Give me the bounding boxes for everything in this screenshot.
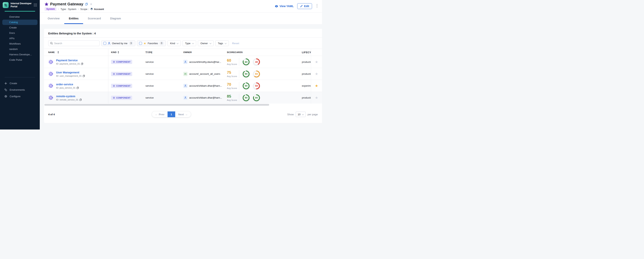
copy-icon[interactable] xyxy=(82,75,85,77)
next-page-button[interactable]: Next→ xyxy=(175,112,191,117)
sidebar-item-harness-developer[interactable]: Harness Develope... xyxy=(2,52,38,57)
owner-group-icon xyxy=(183,72,188,76)
sidebar-item-apis[interactable]: APIs xyxy=(2,36,38,41)
reset-filters-button[interactable]: Reset xyxy=(232,42,239,45)
tab-diagram[interactable]: Diagram xyxy=(106,12,126,24)
card-footer: 4 of 4 ←Prev 1 Next→ Show 10 per page xyxy=(44,112,322,117)
favorite-star-icon[interactable]: ★ xyxy=(315,84,318,88)
harness-logo-icon xyxy=(3,2,9,8)
copy-icon[interactable] xyxy=(85,3,88,6)
per-page-label: per page xyxy=(308,113,318,116)
favorite-star-icon[interactable]: ★ xyxy=(90,2,92,6)
table-row[interactable]: remote-system ID: remote_service_01 COMP… xyxy=(44,92,322,104)
portal-title: Internal DeveloperPortal xyxy=(10,2,32,8)
breadcrumb-separator: • xyxy=(78,8,79,10)
sidebar-item-environments[interactable]: Environments xyxy=(2,87,38,93)
horizontal-scrollbar[interactable] xyxy=(44,104,322,106)
copy-icon[interactable] xyxy=(76,87,79,89)
sidebar: Internal DeveloperPortal Overview Catalo… xyxy=(0,0,40,130)
sort-icon[interactable] xyxy=(58,51,59,54)
favorites-filter[interactable]: ★ Favorites 0 xyxy=(137,40,166,46)
owner-name[interactable]: account/shibam.dhar@harn... xyxy=(189,96,222,99)
edit-button[interactable]: Edit xyxy=(297,3,312,9)
table-row[interactable]: User Management ID: user_management_01 C… xyxy=(44,68,322,80)
avg-score-value: 75 xyxy=(227,70,239,74)
scrollbar-thumb[interactable] xyxy=(44,104,269,106)
gear-icon xyxy=(113,97,115,99)
tags-dropdown[interactable]: Tags xyxy=(215,40,229,46)
favorite-star-icon[interactable]: ★ xyxy=(315,60,318,64)
component-gear-icon xyxy=(48,83,54,88)
entity-type: service xyxy=(146,72,182,75)
table-row[interactable]: Payment Service ID: payment_service_01 C… xyxy=(44,56,322,68)
search-box xyxy=(48,40,100,46)
entity-link[interactable]: Payment Service xyxy=(56,59,83,62)
sidebar-item-create-entity[interactable]: Create xyxy=(2,80,38,87)
owner-name[interactable]: account/shibam.dhar@harn... xyxy=(189,84,222,87)
owner-dropdown-label: Owner xyxy=(200,42,208,45)
gear-icon xyxy=(113,73,115,75)
favorite-star-icon[interactable]: ★ xyxy=(315,72,318,76)
account-scope-icon xyxy=(90,8,93,10)
sidebar-item-random[interactable]: random xyxy=(2,46,38,52)
owner-dropdown[interactable]: Owner xyxy=(198,40,214,46)
tab-scorecard[interactable]: Scorecard xyxy=(83,12,106,24)
page-number-button[interactable]: 1 xyxy=(168,112,175,117)
page-title: Payment Gateway xyxy=(50,2,84,6)
copy-icon[interactable] xyxy=(81,63,83,65)
score-gauge: 90 xyxy=(242,82,250,90)
sidebar-nav: Overview Catalog Create Docs APIs Workfl… xyxy=(0,14,40,63)
avg-score-label: Avg Score xyxy=(227,99,239,101)
avg-score-label: Avg Score xyxy=(227,75,239,78)
owner-name[interactable]: account/timothy.davis@har... xyxy=(189,60,221,64)
column-header-name[interactable]: NAME xyxy=(44,49,108,56)
search-input[interactable] xyxy=(54,42,98,45)
kind-badge: COMPONENT xyxy=(111,84,132,88)
column-header-scorecards: SCORECARDS xyxy=(227,51,302,54)
tags-dropdown-label: Tags xyxy=(218,42,223,45)
filter-bar: Owned by me 3 ★ Favorites 0 Kind Type Ow… xyxy=(44,38,322,48)
sidebar-item-configure[interactable]: Configure xyxy=(2,93,38,100)
score-gauge: 50 xyxy=(253,82,260,90)
owned-by-me-checkbox[interactable] xyxy=(103,42,106,45)
page-size-select[interactable]: 10 xyxy=(296,112,306,117)
sidebar-item-catalog[interactable]: Catalog xyxy=(2,20,38,25)
chevron-down-icon xyxy=(192,42,194,44)
entity-link[interactable]: order-service xyxy=(56,83,79,86)
entity-link[interactable]: remote-system xyxy=(56,95,82,98)
owned-by-me-filter[interactable]: Owned by me 3 xyxy=(101,40,135,46)
sidebar-item-code-pulse[interactable]: Code Pulse xyxy=(2,57,38,63)
sidebar-item-overview[interactable]: Overview xyxy=(2,14,38,20)
owner-name[interactable]: account/_account_all_users xyxy=(189,72,220,75)
score-gauge: 90 xyxy=(242,70,250,78)
gear-icon xyxy=(4,95,7,98)
more-options-kebab-icon[interactable] xyxy=(316,4,318,9)
sidebar-item-workflows[interactable]: Workflows xyxy=(2,41,38,46)
type-dropdown[interactable]: Type xyxy=(182,40,196,46)
kind-dropdown[interactable]: Kind xyxy=(168,40,181,46)
pagination: ←Prev 1 Next→ xyxy=(152,112,191,117)
breadcrumb: System • Type : System • Scope : Account xyxy=(44,7,275,11)
copy-icon[interactable] xyxy=(79,98,82,101)
sidebar-item-create[interactable]: Create xyxy=(2,25,38,30)
favorite-star-icon[interactable]: ★ xyxy=(315,96,318,100)
view-yaml-label: View YAML xyxy=(280,4,294,8)
sort-icon[interactable] xyxy=(118,51,119,54)
avg-score-label: Avg Score xyxy=(227,87,239,89)
scorecards-cell: 70Avg Score 90 50 xyxy=(227,82,302,90)
column-header-kind[interactable]: KIND xyxy=(108,51,146,54)
avg-score-value: 60 xyxy=(227,58,239,62)
owner-user-icon xyxy=(183,60,188,64)
table-row[interactable]: order-service ID: java_service_01 COMPON… xyxy=(44,80,322,92)
prev-page-button[interactable]: ←Prev xyxy=(152,112,168,117)
favorites-checkbox[interactable] xyxy=(139,42,142,45)
tab-entities[interactable]: Entities xyxy=(64,12,83,24)
module-grid-icon[interactable] xyxy=(34,3,37,7)
lifecycle-value: production xyxy=(302,60,311,64)
lifecycle-value: production xyxy=(302,96,311,99)
sidebar-item-docs[interactable]: Docs xyxy=(2,30,38,36)
tab-overview[interactable]: Overview xyxy=(43,12,64,24)
entity-link[interactable]: User Management xyxy=(56,71,85,74)
view-yaml-button[interactable]: View YAML xyxy=(275,4,294,8)
arrow-right-icon: → xyxy=(185,113,188,116)
